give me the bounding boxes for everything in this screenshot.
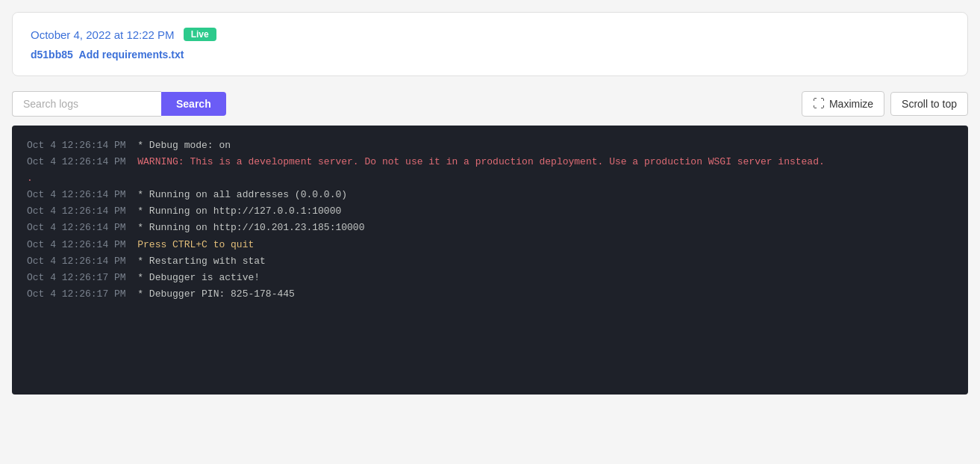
- deployment-card: October 4, 2022 at 12:22 PM Live d51bb85…: [12, 12, 968, 76]
- log-line: Oct 4 12:26:14 PM * Running on all addre…: [27, 187, 953, 203]
- commit-message: Add requirements.txt: [79, 49, 184, 61]
- log-line: Oct 4 12:26:17 PM * Debugger PIN: 825-17…: [27, 286, 953, 303]
- maximize-icon: ⛶: [813, 97, 825, 111]
- log-line: Oct 4 12:26:14 PM * Restarting with stat: [27, 253, 953, 270]
- log-container[interactable]: Oct 4 12:26:14 PM * Debug mode: onOct 4 …: [12, 126, 968, 395]
- toolbar: Search ⛶ Maximize Scroll to top: [12, 91, 968, 117]
- log-line: Oct 4 12:26:14 PM * Running on http://10…: [27, 220, 953, 236]
- search-button[interactable]: Search: [161, 92, 226, 116]
- log-line: Oct 4 12:26:14 PM * Debug mode: on: [27, 137, 953, 154]
- log-line: .: [27, 170, 953, 187]
- search-area: Search: [12, 91, 226, 117]
- deployment-commit: d51bb85 Add requirements.txt: [31, 49, 949, 61]
- maximize-button[interactable]: ⛶ Maximize: [802, 91, 884, 117]
- live-badge: Live: [184, 28, 216, 41]
- commit-hash[interactable]: d51bb85: [31, 49, 73, 61]
- log-line: Oct 4 12:26:14 PM WARNING: This is a dev…: [27, 154, 953, 170]
- log-line: Oct 4 12:26:14 PM * Running on http://12…: [27, 203, 953, 220]
- log-line: Oct 4 12:26:14 PM Press CTRL+C to quit: [27, 237, 953, 253]
- maximize-label: Maximize: [829, 98, 873, 110]
- toolbar-right: ⛶ Maximize Scroll to top: [802, 91, 968, 117]
- deployment-header: October 4, 2022 at 12:22 PM Live: [31, 28, 949, 41]
- scroll-top-button[interactable]: Scroll to top: [890, 92, 968, 116]
- log-line: Oct 4 12:26:17 PM * Debugger is active!: [27, 270, 953, 286]
- deployment-time: October 4, 2022 at 12:22 PM: [31, 28, 175, 41]
- search-input[interactable]: [12, 91, 161, 117]
